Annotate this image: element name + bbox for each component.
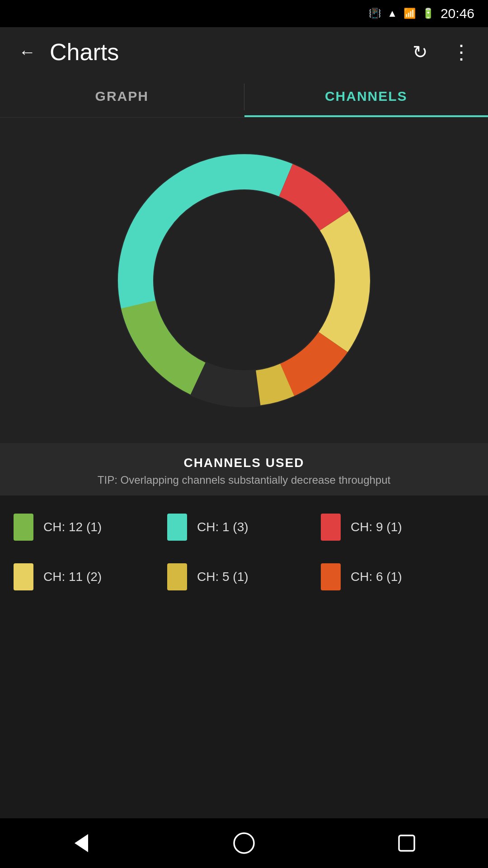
legend-color-ch11 bbox=[14, 563, 33, 590]
svg-marker-7 bbox=[75, 834, 88, 852]
legend-label-ch1: CH: 1 (3) bbox=[197, 520, 249, 534]
home-nav-icon bbox=[233, 832, 255, 854]
home-nav-button[interactable] bbox=[226, 825, 262, 861]
legend-item-ch11: CH: 11 (2) bbox=[14, 563, 167, 590]
status-time: 20:46 bbox=[441, 6, 474, 21]
svg-point-8 bbox=[234, 833, 254, 853]
donut-chart bbox=[99, 136, 389, 425]
legend-label-ch12: CH: 12 (1) bbox=[43, 520, 102, 534]
channels-used-tip: TIP: Overlapping channels substantially … bbox=[14, 474, 474, 486]
recents-nav-icon bbox=[395, 832, 418, 854]
signal-icon: 📶 bbox=[404, 8, 416, 19]
legend-label-ch9: CH: 9 (1) bbox=[351, 520, 402, 534]
legend-item-ch5: CH: 5 (1) bbox=[167, 563, 321, 590]
legend-label-ch6: CH: 6 (1) bbox=[351, 570, 402, 584]
top-bar: ← Charts ↻ ⋮ bbox=[0, 27, 488, 77]
wifi-icon: ▲ bbox=[387, 8, 397, 19]
page-title: Charts bbox=[50, 38, 407, 66]
top-actions: ↻ ⋮ bbox=[407, 38, 474, 66]
battery-icon: 🔋 bbox=[422, 8, 434, 19]
legend-label-ch11: CH: 11 (2) bbox=[43, 570, 102, 584]
status-icons: 📳 ▲ 📶 🔋 20:46 bbox=[369, 6, 474, 21]
legend-color-ch5 bbox=[167, 563, 187, 590]
svg-rect-9 bbox=[399, 835, 414, 851]
tabs: GRAPH CHANNELS bbox=[0, 77, 488, 118]
chart-area bbox=[0, 118, 488, 443]
back-nav-icon bbox=[70, 832, 93, 854]
tab-channels[interactable]: CHANNELS bbox=[244, 77, 488, 117]
tab-graph[interactable]: GRAPH bbox=[0, 77, 244, 117]
legend-color-ch12 bbox=[14, 514, 33, 541]
legend-color-ch9 bbox=[321, 514, 341, 541]
back-nav-button[interactable] bbox=[63, 825, 99, 861]
recents-nav-button[interactable] bbox=[389, 825, 425, 861]
legend-color-ch6 bbox=[321, 563, 341, 590]
bottom-nav bbox=[0, 818, 488, 868]
refresh-icon: ↻ bbox=[413, 42, 428, 62]
legend-item-ch1: CH: 1 (3) bbox=[167, 514, 321, 541]
more-icon: ⋮ bbox=[451, 42, 470, 62]
refresh-button[interactable]: ↻ bbox=[407, 38, 434, 66]
status-bar: 📳 ▲ 📶 🔋 20:46 bbox=[0, 0, 488, 27]
more-button[interactable]: ⋮ bbox=[447, 38, 474, 66]
legend-color-ch1 bbox=[167, 514, 187, 541]
back-button[interactable]: ← bbox=[14, 38, 41, 66]
legend-item-ch12: CH: 12 (1) bbox=[14, 514, 167, 541]
legend-item-ch6: CH: 6 (1) bbox=[321, 563, 474, 590]
legend-item-ch9: CH: 9 (1) bbox=[321, 514, 474, 541]
legend-label-ch5: CH: 5 (1) bbox=[197, 570, 249, 584]
back-arrow-icon: ← bbox=[19, 42, 36, 62]
vibrate-icon: 📳 bbox=[369, 8, 381, 19]
channels-used-title: CHANNELS USED bbox=[14, 456, 474, 470]
legend-grid: CH: 12 (1) CH: 1 (3) CH: 9 (1) CH: 11 (2… bbox=[0, 495, 488, 609]
channels-used-section: CHANNELS USED TIP: Overlapping channels … bbox=[0, 443, 488, 495]
